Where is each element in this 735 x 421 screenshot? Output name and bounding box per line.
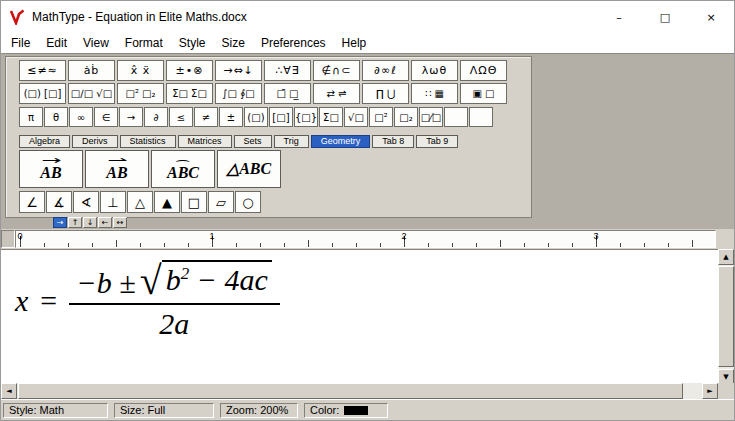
template-palette-button[interactable]: ▣ □	[460, 83, 507, 104]
ruler-strip[interactable]: 0 1 2 3	[15, 230, 716, 248]
palette-tab[interactable]: Derivs	[72, 135, 118, 148]
menu-item[interactable]: Help	[334, 34, 375, 52]
overscript-glyph: ⌢	[175, 156, 191, 164]
geometry-symbol-button[interactable]: ▲	[154, 191, 180, 213]
symbol-palette-button[interactable]: ΛΩΘ	[460, 60, 507, 81]
tab-stop-selector[interactable]	[1, 230, 15, 248]
symbol-palette-button[interactable]: λωθ	[411, 60, 458, 81]
quick-symbol-button[interactable]: √□	[344, 107, 368, 127]
template-palette-button[interactable]: (□) [□]	[19, 83, 66, 104]
quick-symbol-button[interactable]: π	[19, 107, 43, 127]
template-palette-button[interactable]: □∕□ √□	[68, 83, 115, 104]
template-palette-button[interactable]: ∏ ⋃	[362, 83, 409, 104]
quick-symbol-button[interactable]: {□}	[294, 107, 318, 127]
maximize-button[interactable]: □	[642, 1, 688, 33]
geometry-symbol-button[interactable]: ∡	[46, 191, 72, 213]
template-palette-button[interactable]: ⇄ ⇌	[313, 83, 360, 104]
palette-tab[interactable]: Geometry	[311, 135, 371, 148]
equation-editing-area[interactable]: x = −b ± √ b2 − 4ac 2a	[1, 249, 718, 385]
symbol-palette-button[interactable]: →⇔↓	[215, 60, 262, 81]
geometry-symbol-button[interactable]: □	[181, 191, 207, 213]
quick-symbol-button[interactable]: [□]	[269, 107, 293, 127]
quick-symbol-button[interactable]: □²	[369, 107, 393, 127]
quick-symbol-row: πθ∞∈→∂≤≠±(□)[□]{□}Σ□√□□²□₂□⁄□	[19, 107, 493, 127]
menu-item[interactable]: Style	[171, 34, 214, 52]
symbol-palette-panel: ≤≠≈ȧḃx̂ ẍ±•⊗→⇔↓∴∀∃∉∩⊂∂∞ℓλωθΛΩΘ (□) [□]□∕…	[5, 56, 532, 218]
minimize-button[interactable]: –	[596, 1, 642, 33]
quick-symbol-button[interactable]: ∂	[144, 107, 168, 127]
geometry-symbol-button[interactable]: ○	[235, 191, 261, 213]
quick-symbol-button[interactable]: ±	[219, 107, 243, 127]
quick-symbol-button[interactable]: (□)	[244, 107, 268, 127]
overscript-glyph: →	[41, 156, 61, 164]
palette-tab[interactable]: Sets	[234, 135, 272, 148]
toolbar-nav-button[interactable]: →	[53, 217, 67, 228]
palette-tab[interactable]: Tab 8	[372, 135, 414, 148]
radicand-base: b	[166, 263, 181, 296]
horizontal-scrollbar[interactable]: ◄ ►	[1, 383, 718, 399]
geometry-symbol-button[interactable]: △	[127, 191, 153, 213]
quick-symbol-button[interactable]	[444, 107, 468, 127]
palette-tab[interactable]: Statistics	[120, 135, 176, 148]
quick-symbol-button[interactable]: ∈	[94, 107, 118, 127]
toolbar-nav-button[interactable]: ↔	[113, 217, 127, 228]
quick-symbol-button[interactable]: →	[119, 107, 143, 127]
radicand-exponent: 2	[181, 264, 190, 283]
symbol-palette-button[interactable]: ≤≠≈	[19, 60, 66, 81]
vertical-scroll-thumb[interactable]	[718, 266, 734, 367]
quick-symbol-button[interactable]: ≤	[169, 107, 193, 127]
template-palette-button[interactable]: Σ□ Σ□	[166, 83, 213, 104]
symbol-palette-button[interactable]: ±•⊗	[166, 60, 213, 81]
palette-tab[interactable]: Tab 9	[416, 135, 458, 148]
template-palette-button[interactable]: □² □₂	[117, 83, 164, 104]
palette-tab[interactable]: Trig	[274, 135, 309, 148]
symbol-palette-button[interactable]: ȧḃ	[68, 60, 115, 81]
ruler-corner	[716, 229, 734, 249]
geometry-symbol-button[interactable]: ∢	[73, 191, 99, 213]
geometry-symbol-button[interactable]: ∠	[19, 191, 45, 213]
geometry-template-button[interactable]: ⌢ ABC	[151, 150, 215, 188]
palette-tab[interactable]: Algebra	[19, 135, 70, 148]
equation-equals: =	[38, 284, 58, 318]
symbol-palette-button[interactable]: ∉∩⊂	[313, 60, 360, 81]
quick-symbol-button[interactable]: Σ□	[319, 107, 343, 127]
geometry-template-button[interactable]: △ABC	[217, 150, 281, 188]
palette-tab[interactable]: Matrices	[178, 135, 232, 148]
template-palette-button[interactable]: □̄ □̲	[264, 83, 311, 104]
menu-item[interactable]: File	[3, 34, 38, 52]
horizontal-scroll-thumb[interactable]	[18, 383, 683, 399]
geometry-template-button[interactable]: → AB	[19, 150, 83, 188]
toolbar-nav-button[interactable]: ↓	[83, 217, 97, 228]
mathtype-logo-icon	[9, 9, 25, 25]
geometry-symbol-button[interactable]: ▱	[208, 191, 234, 213]
scroll-left-icon[interactable]: ◄	[1, 383, 17, 399]
symbol-palette-button[interactable]: ∂∞ℓ	[362, 60, 409, 81]
menu-item[interactable]: Format	[117, 34, 171, 52]
vertical-scrollbar[interactable]: ▲ ▼	[718, 249, 734, 385]
quick-symbol-button[interactable]: ∞	[69, 107, 93, 127]
symbol-palette-button[interactable]: x̂ ẍ	[117, 60, 164, 81]
scroll-up-icon[interactable]: ▲	[718, 249, 734, 265]
square-root: √ b2 − 4ac	[140, 260, 272, 300]
template-palette-button[interactable]: ∫□ ∮□	[215, 83, 262, 104]
status-color-label: Color:	[310, 404, 339, 417]
toolbar-nav-button[interactable]: ←	[98, 217, 112, 228]
equation-lhs: x	[15, 284, 28, 318]
menu-item[interactable]: Size	[214, 34, 253, 52]
scroll-right-icon[interactable]: ►	[702, 383, 718, 399]
status-style: Style: Math	[3, 403, 108, 418]
template-palette-button[interactable]: ∷ ▦	[411, 83, 458, 104]
geometry-template-button[interactable]: ⇀ AB	[85, 150, 149, 188]
quick-symbol-button[interactable]: ≠	[194, 107, 218, 127]
symbol-palette-button[interactable]: ∴∀∃	[264, 60, 311, 81]
quick-symbol-button[interactable]: θ	[44, 107, 68, 127]
menu-item[interactable]: View	[75, 34, 117, 52]
menu-item[interactable]: Edit	[38, 34, 75, 52]
close-button[interactable]: ×	[688, 1, 734, 33]
quick-symbol-button[interactable]: □⁄□	[419, 107, 443, 127]
geometry-symbol-button[interactable]: ⊥	[100, 191, 126, 213]
menu-item[interactable]: Preferences	[253, 34, 334, 52]
toolbar-nav-button[interactable]: ↑	[68, 217, 82, 228]
quick-symbol-button[interactable]: □₂	[394, 107, 418, 127]
quick-symbol-button[interactable]	[469, 107, 493, 127]
